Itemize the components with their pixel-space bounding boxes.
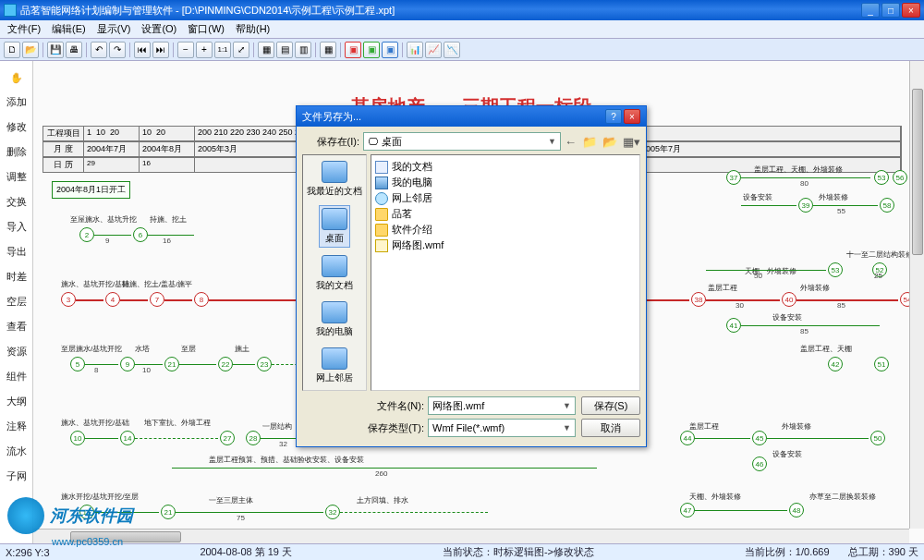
sidebar-add[interactable]: 添加 — [0, 90, 32, 115]
tool-first-icon[interactable]: ⏮ — [134, 42, 151, 58]
sidebar-export[interactable]: 导出 — [0, 239, 32, 264]
menu-window[interactable]: 窗口(W) — [182, 20, 230, 38]
sidebar-layer[interactable]: 空层 — [0, 289, 32, 314]
sidebar-subnet[interactable]: 子网 — [0, 464, 32, 489]
menu-file[interactable]: 文件(F) — [2, 20, 46, 38]
tool-zoom-in-icon[interactable]: + — [196, 42, 213, 58]
tool-print-icon[interactable]: 🖶 — [66, 42, 82, 58]
tool-redo-icon[interactable]: ↷ — [109, 42, 126, 58]
node-53[interactable]: 53 — [828, 262, 843, 277]
file-item[interactable]: 软件介绍 — [375, 222, 636, 237]
tool-zoom-out-icon[interactable]: − — [177, 42, 194, 58]
menu-help[interactable]: 帮助(H) — [230, 20, 275, 38]
tool-save-icon[interactable]: 💾 — [47, 42, 64, 58]
save-in-combo[interactable]: 🖵 桌面 ▼ — [363, 132, 561, 151]
place-network[interactable]: 网上邻居 — [314, 346, 355, 386]
sidebar-import[interactable]: 导入 — [0, 214, 32, 239]
node-6[interactable]: 6 — [133, 227, 148, 242]
node-37[interactable]: 37 — [726, 170, 741, 185]
filetype-select[interactable]: Wmf File(*.wmf)▼ — [428, 419, 576, 437]
tool-open-icon[interactable]: 📂 — [22, 42, 39, 58]
node-47[interactable]: 47 — [680, 503, 695, 517]
tool-panel2-icon[interactable]: ▣ — [363, 42, 380, 58]
node-24[interactable]: 23 — [257, 357, 272, 371]
node-44[interactable]: 44 — [680, 431, 695, 445]
node-22[interactable]: 21 — [164, 357, 179, 371]
tool-panel3-icon[interactable]: ▣ — [382, 42, 398, 58]
node-46[interactable]: 46 — [752, 457, 767, 471]
tool-grid-icon[interactable]: ▦ — [320, 42, 336, 58]
maximize-button[interactable]: □ — [881, 3, 900, 18]
sidebar-adjust[interactable]: 调整 — [0, 164, 32, 189]
node-21[interactable]: 21 — [161, 505, 176, 519]
place-recent[interactable]: 我最近的文档 — [305, 159, 364, 200]
tool-undo-icon[interactable]: ↶ — [91, 42, 107, 58]
menu-view[interactable]: 显示(V) — [91, 20, 137, 38]
cancel-button[interactable]: 取消 — [581, 419, 640, 437]
sidebar-float[interactable]: 时差 — [0, 264, 32, 289]
node-2[interactable]: 2 — [79, 227, 94, 242]
node-58[interactable]: 58 — [880, 198, 894, 213]
v-scrollbar[interactable] — [909, 61, 924, 529]
sidebar-resource[interactable]: 资源 — [0, 339, 32, 364]
views-icon[interactable]: ▦▾ — [623, 135, 640, 149]
node-49[interactable]: 50 — [870, 431, 885, 445]
node-9[interactable]: 9 — [120, 357, 135, 371]
sidebar-flow[interactable]: 流水 — [0, 439, 32, 464]
dialog-help-button[interactable]: ? — [605, 109, 622, 124]
sidebar-modify[interactable]: 修改 — [0, 115, 32, 140]
node-48[interactable]: 48 — [789, 503, 804, 517]
tool-panel1-icon[interactable]: ▣ — [345, 42, 361, 58]
node-42[interactable]: 42 — [828, 357, 843, 371]
file-item[interactable]: 品茗 — [375, 206, 636, 222]
sidebar-comment[interactable]: 注释 — [0, 414, 32, 439]
tool-chart1-icon[interactable]: 📊 — [407, 42, 423, 58]
node-51[interactable]: 53 — [874, 170, 889, 185]
new-folder-icon[interactable]: 📂 — [602, 135, 617, 149]
node-7[interactable]: 7 — [150, 292, 164, 307]
tool-view1-icon[interactable]: ▦ — [258, 42, 274, 58]
menu-settings[interactable]: 设置(O) — [136, 20, 182, 38]
node-41[interactable]: 41 — [726, 318, 741, 333]
node-8[interactable]: 8 — [194, 292, 209, 307]
sidebar-delete[interactable]: 删除 — [0, 140, 32, 164]
place-desktop[interactable]: 桌面 — [319, 205, 350, 248]
node-40[interactable]: 40 — [782, 292, 796, 307]
tool-chart3-icon[interactable]: 📉 — [444, 42, 460, 58]
tool-zoom-11-icon[interactable]: 1:1 — [214, 42, 231, 58]
node-3[interactable]: 3 — [61, 292, 76, 307]
place-documents[interactable]: 我的文档 — [314, 253, 355, 294]
file-item[interactable]: 我的电脑 — [375, 175, 636, 190]
tool-new-icon[interactable]: 🗋 — [4, 42, 20, 58]
node-14[interactable]: 14 — [120, 431, 135, 445]
menu-edit[interactable]: 编辑(E) — [46, 20, 91, 38]
node-28[interactable]: 27 — [220, 431, 235, 445]
sidebar-hand-icon[interactable]: ✋ — [0, 67, 32, 90]
node-38[interactable]: 38 — [691, 292, 706, 307]
dialog-titlebar[interactable]: 文件另存为... ? × — [297, 106, 646, 127]
place-computer[interactable]: 我的电脑 — [314, 299, 355, 340]
back-icon[interactable]: ← — [565, 135, 577, 149]
save-button[interactable]: 保存(S) — [581, 396, 640, 415]
h-scrollbar[interactable] — [33, 529, 909, 543]
file-item[interactable]: 我的文档 — [375, 159, 636, 175]
node-30[interactable]: 28 — [246, 431, 261, 445]
tool-view2-icon[interactable]: ▤ — [276, 42, 293, 58]
node-45[interactable]: 45 — [752, 431, 767, 445]
node-50[interactable]: 51 — [874, 357, 889, 371]
file-item[interactable]: 网上邻居 — [375, 190, 636, 206]
file-list[interactable]: 我的文档 我的电脑 网上邻居 品茗 软件介绍 网络图.wmf — [371, 154, 640, 391]
up-icon[interactable]: 📁 — [582, 135, 597, 149]
node-56[interactable]: 56 — [893, 170, 907, 185]
tool-view3-icon[interactable]: ▥ — [295, 42, 311, 58]
sidebar-component[interactable]: 组件 — [0, 364, 32, 389]
node-23[interactable]: 22 — [218, 357, 233, 371]
node-5[interactable]: 5 — [70, 357, 85, 371]
sidebar-outline[interactable]: 大纲 — [0, 389, 32, 414]
node-10[interactable]: 10 — [70, 431, 85, 445]
tool-chart2-icon[interactable]: 📈 — [425, 42, 442, 58]
minimize-button[interactable]: _ — [861, 3, 880, 18]
tool-last-icon[interactable]: ⏭ — [152, 42, 169, 58]
sidebar-swap[interactable]: 交换 — [0, 189, 32, 214]
node-39[interactable]: 39 — [798, 198, 813, 213]
